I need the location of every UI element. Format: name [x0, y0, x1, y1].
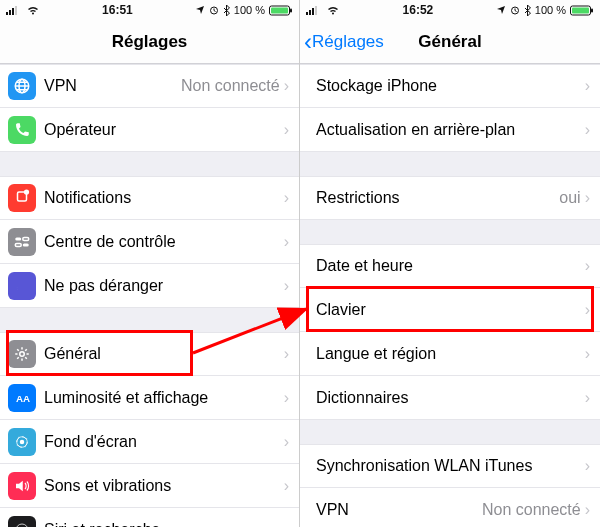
svg-rect-23 — [309, 10, 311, 15]
row-label: Clavier — [300, 301, 585, 319]
row-label: Luminosité et affichage — [44, 389, 284, 407]
row-label: Stockage iPhone — [300, 77, 585, 95]
row-label: Général — [44, 345, 284, 363]
row-label: Dictionnaires — [300, 389, 585, 407]
row-langue-et-r-gion[interactable]: Langue et région › — [300, 332, 600, 376]
chevron-right-icon: › — [585, 257, 590, 275]
chevron-right-icon: › — [284, 189, 289, 207]
navbar: Réglages — [0, 20, 299, 64]
row-date-et-heure[interactable]: Date et heure › — [300, 244, 600, 288]
chevron-right-icon: › — [284, 477, 289, 495]
back-label: Réglages — [312, 32, 384, 52]
row-notifications[interactable]: Notifications › — [0, 176, 299, 220]
chevron-right-icon: › — [585, 189, 590, 207]
row-synchronisation-wlan-itunes[interactable]: Synchronisation WLAN iTunes › — [300, 444, 600, 488]
svg-rect-14 — [15, 243, 21, 246]
sound-icon — [8, 472, 36, 500]
general-list: Stockage iPhone › Actualisation en arriè… — [300, 64, 600, 527]
chevron-right-icon: › — [284, 121, 289, 139]
location-icon — [195, 5, 205, 15]
settings-list: VPN Non connecté › Opérateur › Notificat… — [0, 64, 299, 527]
battery-percent: 100 % — [535, 4, 566, 16]
row-value: oui — [559, 189, 580, 207]
signal-icon — [6, 5, 22, 15]
wifi-icon — [326, 5, 340, 15]
row-fond-d-cran[interactable]: Fond d'écran › — [0, 420, 299, 464]
bluetooth-icon — [223, 5, 230, 16]
row-value: Non connecté — [181, 77, 280, 95]
row-label: Restrictions — [300, 189, 559, 207]
control-center-icon — [8, 228, 36, 256]
row-label: VPN — [300, 501, 482, 519]
svg-rect-3 — [15, 6, 17, 15]
row-label: Ne pas déranger — [44, 277, 284, 295]
svg-rect-24 — [312, 8, 314, 15]
row-value: Non connecté — [482, 501, 581, 519]
chevron-right-icon: › — [284, 277, 289, 295]
settings-screen: 16:51 100 % Réglages — [0, 0, 300, 527]
row-siri-et-recherche[interactable]: Siri et recherche › — [0, 508, 299, 527]
statusbar-time: 16:52 — [403, 3, 434, 17]
location-icon — [496, 5, 506, 15]
svg-rect-28 — [572, 7, 589, 13]
notifications-icon — [8, 184, 36, 212]
row-actualisation-en-arri-re-plan[interactable]: Actualisation en arrière-plan › — [300, 108, 600, 152]
chevron-right-icon: › — [585, 301, 590, 319]
svg-rect-1 — [9, 10, 11, 15]
row-g-n-ral[interactable]: Général › — [0, 332, 299, 376]
row-label: Actualisation en arrière-plan — [300, 121, 585, 139]
svg-rect-15 — [23, 243, 29, 246]
row-centre-de-contr-le[interactable]: Centre de contrôle › — [0, 220, 299, 264]
row-vpn[interactable]: VPN Non connecté › — [0, 64, 299, 108]
display-icon: AA — [8, 384, 36, 412]
svg-point-11 — [24, 189, 29, 194]
alarm-icon — [510, 5, 520, 15]
svg-rect-25 — [315, 6, 317, 15]
gear-icon — [8, 340, 36, 368]
statusbar-time: 16:51 — [102, 3, 133, 17]
row-sons-et-vibrations[interactable]: Sons et vibrations › — [0, 464, 299, 508]
svg-rect-2 — [12, 8, 14, 15]
row-label: Opérateur — [44, 121, 284, 139]
row-dictionnaires[interactable]: Dictionnaires › — [300, 376, 600, 420]
row-stockage-iphone[interactable]: Stockage iPhone › — [300, 64, 600, 108]
chevron-right-icon: › — [585, 345, 590, 363]
row-label: Fond d'écran — [44, 433, 284, 451]
globe-icon — [8, 72, 36, 100]
signal-icon — [306, 5, 322, 15]
statusbar: 16:52 100 % — [300, 0, 600, 20]
nav-title: Réglages — [0, 32, 299, 52]
svg-rect-7 — [290, 8, 292, 12]
svg-rect-0 — [6, 12, 8, 15]
moon-icon — [8, 272, 36, 300]
chevron-right-icon: › — [585, 389, 590, 407]
chevron-right-icon: › — [284, 521, 289, 528]
row-clavier[interactable]: Clavier › — [300, 288, 600, 332]
row-label: Date et heure — [300, 257, 585, 275]
bluetooth-icon — [524, 5, 531, 16]
battery-icon — [570, 5, 594, 16]
row-label: Langue et région — [300, 345, 585, 363]
row-ne-pas-d-ranger[interactable]: Ne pas déranger › — [0, 264, 299, 308]
svg-rect-12 — [15, 237, 21, 240]
phone-icon — [8, 116, 36, 144]
chevron-right-icon: › — [284, 77, 289, 95]
svg-text:AA: AA — [16, 392, 30, 403]
svg-rect-22 — [306, 12, 308, 15]
chevron-right-icon: › — [284, 433, 289, 451]
svg-rect-6 — [271, 7, 288, 13]
general-screen: 16:52 100 % ‹ Réglages — [300, 0, 600, 527]
chevron-right-icon: › — [585, 77, 590, 95]
row-label: Notifications — [44, 189, 284, 207]
row-luminosit-et-affichage[interactable]: AA Luminosité et affichage › — [0, 376, 299, 420]
chevron-right-icon: › — [585, 501, 590, 519]
row-vpn[interactable]: VPN Non connecté › — [300, 488, 600, 527]
chevron-right-icon: › — [284, 233, 289, 251]
svg-rect-29 — [591, 8, 593, 12]
chevron-right-icon: › — [284, 389, 289, 407]
alarm-icon — [209, 5, 219, 15]
row-op-rateur[interactable]: Opérateur › — [0, 108, 299, 152]
row-label: Synchronisation WLAN iTunes — [300, 457, 585, 475]
row-restrictions[interactable]: Restrictions oui › — [300, 176, 600, 220]
back-button[interactable]: ‹ Réglages — [300, 20, 384, 63]
